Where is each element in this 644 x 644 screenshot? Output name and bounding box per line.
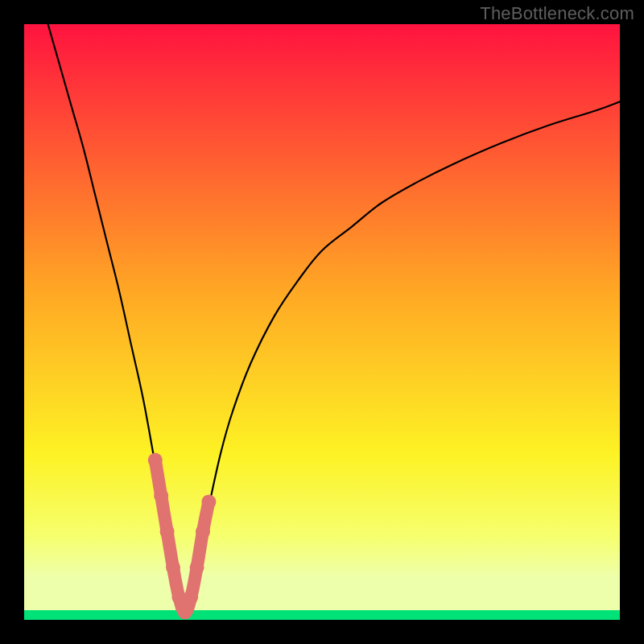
green-band bbox=[24, 610, 620, 620]
highlight-dot bbox=[190, 560, 204, 575]
highlight-dot bbox=[196, 524, 210, 539]
chart-container: TheBottleneck.com bbox=[0, 0, 644, 644]
highlight-dot bbox=[148, 453, 163, 468]
highlight-dot bbox=[166, 560, 180, 575]
chart-svg bbox=[24, 24, 620, 620]
highlight-dot bbox=[178, 605, 192, 619]
highlight-dot bbox=[201, 494, 216, 509]
highlight-dot bbox=[160, 524, 175, 539]
highlight-dot bbox=[154, 489, 168, 503]
plot-area bbox=[24, 24, 620, 620]
highlight-dot bbox=[184, 590, 198, 605]
watermark-text: TheBottleneck.com bbox=[480, 3, 634, 24]
gradient-background bbox=[24, 24, 620, 620]
